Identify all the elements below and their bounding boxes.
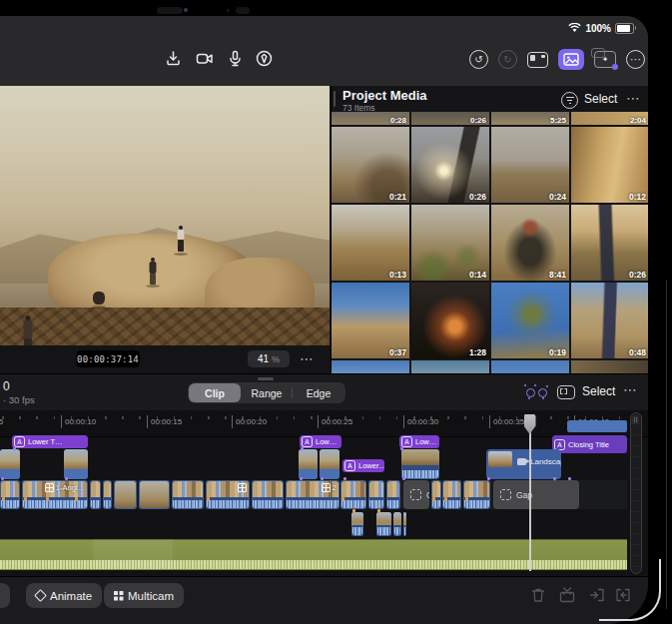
media-thumbnail[interactable]: 0:37 xyxy=(332,283,409,358)
media-select-button[interactable]: Select xyxy=(584,92,617,106)
media-thumbnail[interactable]: 0:48 xyxy=(571,283,648,358)
viewer-more-icon[interactable]: ⋯ xyxy=(300,351,314,365)
import-icon[interactable] xyxy=(164,49,183,68)
media-thumbnail[interactable]: 2:04 xyxy=(571,112,648,125)
media-grid: 0:280:265:252:040:210:260:240:120:130:14… xyxy=(332,112,648,373)
media-thumbnail[interactable]: 0:26 xyxy=(411,127,489,203)
media-thumbnail[interactable]: 0:28 xyxy=(332,112,409,125)
storyline-clip[interactable] xyxy=(252,480,284,509)
storyline-clip[interactable] xyxy=(368,480,384,509)
pencil-icon[interactable] xyxy=(255,49,274,68)
inspector-icon[interactable] xyxy=(527,52,548,68)
redo-icon[interactable]: ↻ xyxy=(498,50,517,69)
title-clip[interactable]: AClosing Title xyxy=(552,435,627,453)
gap-clip[interactable]: Gap xyxy=(493,480,579,509)
media-thumbnail[interactable]: 0:12 xyxy=(571,127,648,203)
connected-clip[interactable] xyxy=(64,449,88,479)
connected-clip[interactable] xyxy=(299,449,318,479)
filter-icon[interactable] xyxy=(561,92,578,109)
storyline-clip[interactable] xyxy=(103,480,112,509)
media-thumbnail[interactable]: 0:26 xyxy=(411,112,489,125)
gap-clip[interactable]: G xyxy=(403,480,429,509)
media-thumbnail[interactable] xyxy=(332,360,409,373)
storyline-clip[interactable] xyxy=(114,480,137,509)
clip-appearance-icon[interactable] xyxy=(557,385,575,399)
media-thumbnail[interactable] xyxy=(411,360,489,373)
mic-icon[interactable] xyxy=(228,49,243,68)
media-thumbnail[interactable]: 0:26 xyxy=(571,205,648,281)
media-thumbnail[interactable]: 0:21 xyxy=(332,127,409,203)
storyline-clip[interactable]: 2 xyxy=(286,480,339,509)
person-on-rock xyxy=(176,226,186,254)
animate-button[interactable]: Animate xyxy=(26,583,102,608)
ruler-label: 00:00:40 xyxy=(578,417,609,426)
storyline-clip[interactable] xyxy=(463,480,490,509)
storyline-clip[interactable] xyxy=(90,480,101,509)
blade-icon[interactable] xyxy=(558,586,576,604)
viewer-video-frame[interactable] xyxy=(0,86,330,345)
media-thumbnail[interactable]: 1:28 xyxy=(411,283,489,358)
segment-range[interactable]: Range xyxy=(241,383,293,402)
timeline-select-button[interactable]: Select xyxy=(582,384,615,398)
media-thumbnail[interactable] xyxy=(491,360,569,373)
storyline-clip[interactable] xyxy=(442,480,461,509)
connected-clip[interactable] xyxy=(401,449,439,479)
scrollbar-grip[interactable] xyxy=(632,415,639,424)
media-thumbnail[interactable]: 0:14 xyxy=(411,205,489,281)
connected-clip[interactable] xyxy=(320,449,339,479)
connection-marker xyxy=(301,447,304,450)
storyline-clip[interactable] xyxy=(0,480,20,509)
storyline-clip[interactable] xyxy=(139,480,170,509)
cut-off-button[interactable] xyxy=(0,583,10,608)
storyline-clip[interactable] xyxy=(340,480,366,509)
connection-marker xyxy=(400,447,403,450)
segment-edge[interactable]: Edge xyxy=(293,383,344,402)
storyline-clip[interactable] xyxy=(431,480,441,509)
title-clip[interactable]: ALower… xyxy=(342,459,384,472)
media-more-icon[interactable]: ⋯ xyxy=(626,91,640,105)
clip-filmstrip xyxy=(91,481,100,497)
delete-icon[interactable] xyxy=(529,586,547,604)
media-thumbnail[interactable]: 0:19 xyxy=(491,283,569,358)
camera-icon[interactable] xyxy=(195,49,216,68)
timeline-ruler[interactable]: 00:00:0500:00:1000:00:1500:00:2000:00:25… xyxy=(0,410,648,437)
media-thumbnail[interactable]: 8:41 xyxy=(491,205,569,281)
storyline-clip[interactable] xyxy=(206,480,250,509)
panel-resize-handle[interactable] xyxy=(258,377,274,380)
clip-filmstrip xyxy=(173,481,203,497)
segment-clip[interactable]: Clip xyxy=(189,383,241,402)
media-thumbnail[interactable]: 0:24 xyxy=(491,127,569,203)
zoom-level-control[interactable]: 41% xyxy=(248,350,290,367)
media-thumbnail[interactable]: 5:25 xyxy=(491,112,569,125)
title-icon: A xyxy=(14,436,25,447)
timeline-vertical-scrollbar[interactable] xyxy=(630,412,642,574)
connected-audio-clip[interactable] xyxy=(403,512,406,536)
storyline-clip[interactable] xyxy=(172,480,204,509)
connected-clip-landscape[interactable]: Landscap… xyxy=(486,449,561,479)
connected-audio-clip[interactable] xyxy=(376,512,391,536)
clip-body xyxy=(0,469,20,479)
magnetic-snap-icon[interactable] xyxy=(524,384,550,400)
timeline-more-icon[interactable]: ⋯ xyxy=(623,382,637,396)
connected-clip[interactable] xyxy=(0,449,20,479)
playhead-line[interactable] xyxy=(529,414,531,571)
storyline-clip[interactable] xyxy=(386,480,400,509)
media-thumbnail[interactable]: 0:13 xyxy=(332,205,409,281)
more-icon[interactable]: ⋯ xyxy=(626,50,645,69)
multicam-button[interactable]: Multicam xyxy=(104,583,184,608)
undo-icon[interactable]: ↺ xyxy=(469,50,488,69)
clip-body xyxy=(64,469,88,479)
effects-icon[interactable]: ✦ xyxy=(594,51,616,68)
title-icon: A xyxy=(344,460,355,471)
storyline-clip[interactable]: 1-Angl… xyxy=(22,480,88,509)
connected-audio-clip[interactable] xyxy=(393,512,401,536)
connected-audio-clip[interactable] xyxy=(351,512,363,536)
clip-thumbnail xyxy=(320,449,339,469)
media-thumbnail[interactable] xyxy=(571,360,648,373)
clip-label: Landscap… xyxy=(530,457,561,466)
title-label: Lower… xyxy=(358,461,384,470)
clip-marker xyxy=(341,497,344,501)
media-row: 0:280:265:252:04 xyxy=(332,112,648,125)
ruler-minor-tick xyxy=(464,416,466,419)
media-browser-icon[interactable] xyxy=(558,49,584,70)
